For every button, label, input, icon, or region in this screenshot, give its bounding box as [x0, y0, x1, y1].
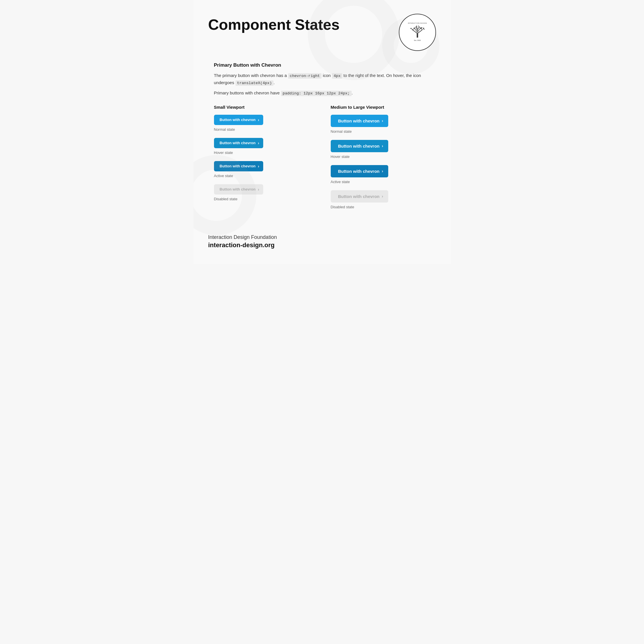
svg-rect-27 — [417, 28, 418, 29]
description-2: Primary buttons with chevron have paddin… — [214, 90, 430, 97]
small-normal-button[interactable]: Button with chevron › — [214, 115, 263, 125]
svg-rect-24 — [423, 28, 424, 29]
page-title: Component States — [208, 17, 340, 33]
svg-text:Est. 2002: Est. 2002 — [414, 39, 421, 41]
page-wrapper: Component States INTERACTION DESIGN — [193, 0, 451, 264]
footer-url: interaction-design.org — [208, 241, 436, 249]
code-4px: 4px — [332, 73, 342, 79]
small-normal-label: Button with chevron — [220, 118, 256, 122]
desc-text-1d: . — [274, 80, 275, 85]
small-normal-chevron-icon: › — [258, 118, 259, 122]
medium-viewport-title: Medium to Large Viewport — [331, 105, 430, 110]
small-active-label: Button with chevron — [220, 164, 256, 168]
content: Primary Button with Chevron The primary … — [208, 62, 436, 215]
medium-normal-state-label: Normal state — [331, 129, 430, 134]
small-hover-chevron-icon: › — [258, 141, 259, 145]
medium-normal-button[interactable]: Button with chevron › — [331, 115, 389, 127]
svg-line-5 — [417, 30, 422, 33]
medium-normal-chevron-icon: › — [382, 118, 383, 123]
button-grid: Small Viewport Button with chevron › Nor… — [214, 105, 430, 215]
svg-rect-20 — [419, 27, 419, 27]
code-padding: padding: 12px 16px 12px 24px; — [281, 91, 352, 96]
small-disabled-state-label: Disabled state — [214, 197, 314, 201]
small-disabled-group: Button with chevron › Disabled state — [214, 184, 314, 201]
desc-text-1b: icon — [322, 73, 332, 78]
small-normal-group: Button with chevron › Normal state — [214, 115, 314, 132]
footer: Interaction Design Foundation interactio… — [208, 230, 436, 249]
logo: INTERACTION DESIGN — [399, 14, 436, 51]
svg-rect-23 — [421, 27, 422, 28]
desc-text-1: The primary button with chevron has a — [214, 73, 288, 78]
desc-text-2b: . — [352, 90, 353, 95]
svg-rect-19 — [418, 26, 419, 26]
medium-disabled-group: Button with chevron › Disabled state — [331, 190, 430, 209]
svg-rect-18 — [416, 26, 417, 26]
small-active-button[interactable]: Button with chevron › — [214, 161, 263, 171]
svg-rect-21 — [420, 27, 421, 28]
svg-rect-26 — [416, 29, 417, 29]
medium-viewport-column: Medium to Large Viewport Button with che… — [331, 105, 430, 215]
medium-active-button[interactable]: Button with chevron › — [331, 165, 389, 177]
small-hover-label: Button with chevron — [220, 141, 256, 145]
medium-hover-label: Button with chevron — [338, 144, 380, 148]
svg-rect-25 — [424, 29, 424, 29]
small-hover-group: Button with chevron › Hover state — [214, 138, 314, 155]
small-disabled-label: Button with chevron — [220, 187, 256, 191]
medium-active-chevron-icon: › — [382, 169, 383, 173]
desc-text-2: Primary buttons with chevron have — [214, 90, 281, 95]
small-hover-state-label: Hover state — [214, 150, 314, 155]
svg-text:INTERACTION DESIGN: INTERACTION DESIGN — [408, 23, 427, 24]
header: Component States INTERACTION DESIGN — [208, 14, 436, 51]
svg-rect-17 — [415, 27, 416, 27]
small-active-chevron-icon: › — [258, 164, 259, 169]
medium-hover-button[interactable]: Button with chevron › — [331, 140, 389, 152]
medium-hover-state-label: Hover state — [331, 154, 430, 159]
medium-normal-label: Button with chevron — [338, 118, 380, 123]
svg-rect-16 — [414, 28, 415, 29]
code-translate: translateX(4px) — [235, 80, 274, 86]
description-1: The primary button with chevron has a ch… — [214, 72, 430, 87]
small-disabled-button: Button with chevron › — [214, 184, 263, 195]
svg-line-2 — [413, 30, 417, 33]
small-viewport-title: Small Viewport — [214, 105, 314, 110]
medium-disabled-label: Button with chevron — [338, 194, 380, 199]
svg-line-11 — [422, 28, 424, 30]
small-active-state-label: Active state — [214, 174, 314, 178]
small-disabled-chevron-icon: › — [258, 187, 259, 192]
small-hover-button[interactable]: Button with chevron › — [214, 138, 263, 148]
svg-rect-22 — [421, 28, 421, 29]
medium-disabled-chevron-icon: › — [382, 194, 383, 199]
footer-org-name: Interaction Design Foundation — [208, 234, 436, 240]
small-viewport-column: Small Viewport Button with chevron › Nor… — [214, 105, 314, 215]
medium-hover-group: Button with chevron › Hover state — [331, 140, 430, 159]
section-title: Primary Button with Chevron — [214, 62, 430, 68]
small-active-group: Button with chevron › Active state — [214, 161, 314, 178]
medium-normal-group: Button with chevron › Normal state — [331, 115, 430, 134]
small-normal-state-label: Normal state — [214, 127, 314, 132]
logo-icon: INTERACTION DESIGN — [406, 21, 429, 44]
svg-rect-1 — [417, 33, 418, 37]
medium-active-group: Button with chevron › Active state — [331, 165, 430, 184]
medium-disabled-state-label: Disabled state — [331, 205, 430, 209]
medium-active-state-label: Active state — [331, 180, 430, 184]
medium-active-label: Button with chevron — [338, 169, 380, 174]
code-chevron-right: chevron-right — [288, 73, 322, 79]
medium-hover-chevron-icon: › — [382, 144, 383, 148]
svg-rect-15 — [414, 27, 415, 29]
medium-disabled-button: Button with chevron › — [331, 190, 389, 203]
